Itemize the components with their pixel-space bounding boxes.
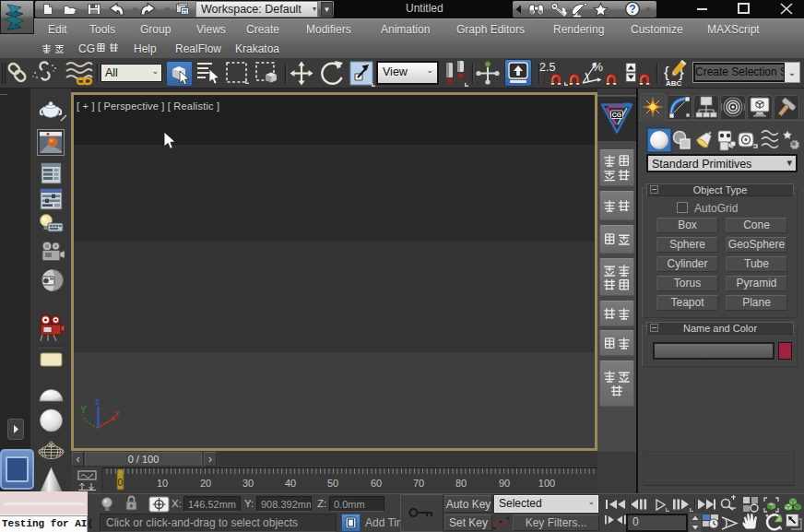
svg-text:30: 30	[242, 478, 254, 489]
svg-text:10: 10	[157, 478, 168, 489]
svg-text:50: 50	[327, 478, 338, 489]
svg-text:?: ?	[629, 3, 635, 16]
svg-text:20: 20	[200, 478, 211, 489]
svg-text:40: 40	[285, 478, 296, 489]
svg-text:%: %	[592, 60, 603, 74]
svg-text:90: 90	[499, 478, 510, 489]
svg-text:60: 60	[371, 478, 382, 489]
svg-text:Y: Y	[80, 405, 87, 415]
svg-text:2.5: 2.5	[539, 61, 555, 74]
svg-text:ABC: ABC	[666, 79, 682, 88]
svg-text:z: z	[95, 396, 100, 407]
svg-text:CG: CG	[612, 112, 622, 118]
svg-text:100: 100	[538, 478, 555, 489]
svg-text:80: 80	[455, 478, 467, 489]
svg-text:0: 0	[118, 477, 124, 488]
svg-text:70: 70	[413, 478, 424, 489]
